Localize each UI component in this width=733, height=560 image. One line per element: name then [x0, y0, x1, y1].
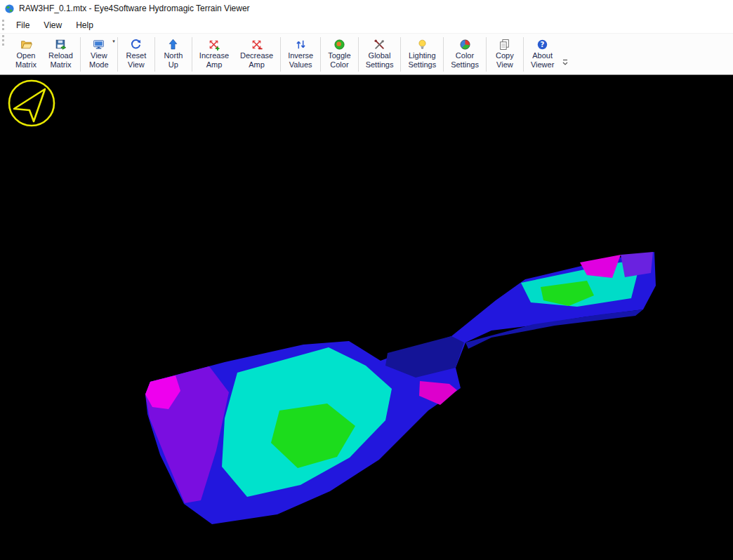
toolbar-button-label-line2: Values [289, 60, 312, 69]
toolbar-separator [400, 37, 401, 72]
toolbar-button-label-line2: Viewer [531, 60, 554, 69]
toolbar-button-lighting-settings[interactable]: Lighting Settings [402, 35, 442, 74]
toolbar-separator [192, 37, 192, 72]
menu-help[interactable]: Help [69, 18, 100, 32]
reload-disk-icon [55, 38, 67, 51]
toolbar-separator [486, 37, 487, 72]
toolbar-button-reset-view[interactable]: Reset View [119, 35, 153, 74]
toolbar-button-label-line2: Amp [249, 60, 265, 69]
view-mode-dropdown-caret[interactable]: ▾ [112, 37, 115, 46]
toolbar-separator [320, 37, 321, 72]
toolbar-button-global-settings[interactable]: Global Settings [360, 35, 399, 74]
toolbar-button-label-line2: Matrix [50, 60, 71, 69]
toolbar-button-label-line1: Open [17, 51, 36, 60]
toolbar-separator [280, 37, 281, 72]
toolbar-separator [80, 37, 81, 72]
toolbar-button-label-line2: Settings [408, 60, 436, 69]
toolbar-separator [154, 37, 155, 72]
toolbar-button-label-line2: Settings [451, 60, 479, 69]
terrain-layer-purple-ne-tip [621, 252, 653, 277]
overflow-chevron-icon [562, 59, 569, 67]
toolbar-button-copy-view[interactable]: Copy View [488, 35, 522, 74]
light-bulb-icon [416, 38, 428, 51]
window-title: RAW3HF_0.1.mtx - Eye4Software Hydromagic… [19, 4, 250, 13]
toolbar-button-label-line1: Global [369, 51, 391, 60]
toolbar-button-toggle-color[interactable]: Toggle Color [322, 35, 356, 74]
increase-arrows-icon [208, 38, 220, 51]
toolbar-button-label-line1: Decrease [240, 51, 273, 60]
toolbar-button-label-line2: Matrix [15, 60, 37, 69]
toolbar-button-inverse-values[interactable]: Inverse Values [282, 35, 319, 74]
svg-text:?: ? [541, 41, 545, 48]
toolbar-overflow-button[interactable] [562, 58, 569, 70]
toolbar-button-label-line1: North [164, 51, 183, 60]
menu-bar: File View Help [0, 17, 733, 34]
terrain-svg [0, 75, 733, 560]
title-bar: RAW3HF_0.1.mtx - Eye4Software Hydromagic… [0, 0, 733, 17]
toolbar-button-label-line1: Copy [496, 51, 514, 60]
toolbar-button-color-settings[interactable]: Color Settings [445, 35, 484, 74]
toolbar-buttons: Open Matrix Reload Matrix View Mode ▾ Re… [9, 35, 560, 74]
crossed-tools-icon [374, 38, 385, 51]
toolbar-grip-handle[interactable] [2, 35, 6, 46]
question-mark-icon: ? [536, 38, 548, 51]
decrease-arrows-icon [251, 38, 263, 51]
app-window: RAW3HF_0.1.mtx - Eye4Software Hydromagic… [0, 0, 733, 560]
toolbar-button-label-line2: View [128, 60, 145, 69]
toolbar: Open Matrix Reload Matrix View Mode ▾ Re… [0, 34, 733, 75]
color-sphere-icon [459, 38, 471, 51]
toolbar-button-label-line1: Inverse [288, 51, 313, 60]
toolbar-button-label-line1: About [532, 51, 553, 60]
menubar-grip-handle[interactable] [2, 20, 6, 30]
toolbar-button-label-line2: Mode [89, 60, 109, 69]
inverse-arrows-icon [295, 38, 307, 51]
toolbar-button-about-viewer[interactable]: ? About Viewer [525, 35, 560, 74]
toolbar-button-label-line1: Toggle [328, 51, 350, 60]
reset-arrow-icon [130, 38, 142, 51]
toolbar-button-decrease-amp[interactable]: Decrease Amp [235, 35, 279, 74]
toolbar-button-label-line2: View [496, 60, 513, 69]
toolbar-button-label-line1: Color [456, 51, 474, 60]
toolbar-button-label-line1: Lighting [409, 51, 436, 60]
toolbar-separator [443, 37, 444, 72]
toolbar-button-label-line2: Settings [366, 60, 394, 69]
toolbar-separator [117, 37, 118, 72]
toggle-color-sphere-icon [334, 38, 345, 51]
toolbar-button-open-matrix[interactable]: Open Matrix [9, 35, 43, 74]
terrain-viewport[interactable] [0, 75, 733, 560]
copy-document-icon [498, 38, 510, 51]
toolbar-button-north-up[interactable]: North Up [157, 35, 190, 74]
toolbar-button-label-line2: Up [169, 60, 178, 69]
app-globe-icon [4, 4, 15, 14]
monitor-icon [93, 38, 105, 51]
compass-icon [6, 78, 58, 130]
toolbar-button-label-line1: Reset [126, 51, 146, 60]
toolbar-button-label-line1: Reload [48, 51, 73, 60]
toolbar-button-increase-amp[interactable]: Increase Amp [194, 35, 235, 74]
toolbar-button-view-mode[interactable]: View Mode ▾ [82, 35, 116, 74]
toolbar-button-label-line1: View [91, 51, 107, 60]
toolbar-button-reload-matrix[interactable]: Reload Matrix [43, 35, 79, 74]
toolbar-button-label-line2: Amp [206, 60, 223, 69]
menu-file[interactable]: File [9, 18, 37, 32]
toolbar-separator [358, 37, 359, 72]
north-arrow-icon [167, 38, 179, 51]
menu-view[interactable]: View [37, 18, 69, 32]
toolbar-button-label-line2: Color [330, 60, 348, 69]
toolbar-button-label-line1: Increase [199, 51, 229, 60]
toolbar-separator [523, 37, 524, 72]
open-folder-icon [20, 38, 32, 51]
